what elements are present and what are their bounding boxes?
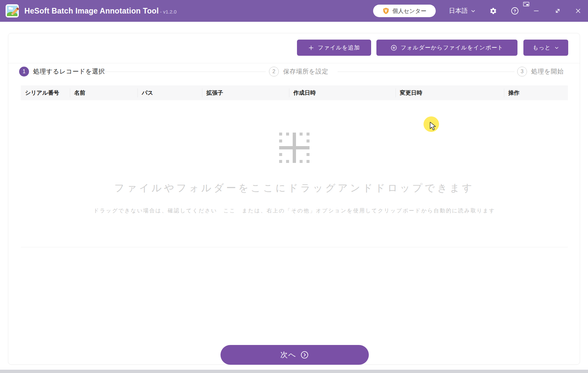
window-bottom-edge (0, 370, 588, 373)
pip-window-icon (523, 1, 530, 7)
file-table: シリアル番号 名前 パス 拡張子 作成日時 変更日時 操作 (21, 85, 568, 247)
step-label: 処理を開始 (531, 67, 564, 76)
next-label: 次へ (280, 350, 297, 360)
main-card: ファイルを追加 フォルダーからファイルをインポート もっと 1 処理するレコード… (8, 33, 580, 365)
plus-icon (308, 45, 314, 51)
column-header-extension: 拡張子 (202, 85, 289, 100)
help-icon: ? (511, 7, 519, 15)
app-brand: HeSoft Batch Image Annotation Tool - v1.… (5, 0, 177, 22)
minimize-icon (533, 7, 540, 15)
column-header-modified: 変更日時 (396, 85, 504, 100)
import-folder-label: フォルダーからファイルをインポート (401, 44, 504, 51)
maximize-button[interactable] (553, 6, 563, 16)
language-label: 日本語 (449, 7, 468, 15)
column-header-created: 作成日時 (289, 85, 396, 100)
table-header-row: シリアル番号 名前 パス 拡張子 作成日時 変更日時 操作 (21, 85, 568, 100)
drop-zone-hint-text: ドラッグできない場合は、確認してください ここ または、右上の「その他」オプショ… (21, 207, 568, 214)
circled-plus-icon (391, 45, 397, 51)
titlebar: HeSoft Batch Image Annotation Tool - v1.… (0, 0, 588, 22)
user-center-button[interactable]: 個人センター (373, 5, 436, 17)
step-label: 保存場所を設定 (283, 67, 328, 76)
step-select-records[interactable]: 1 処理するレコードを選択 (19, 67, 105, 77)
add-files-button[interactable]: ファイルを追加 (297, 40, 371, 56)
step-number: 1 (19, 67, 29, 77)
help-button[interactable]: ? (510, 6, 520, 16)
drop-target-icon (279, 133, 309, 163)
chevron-down-icon (471, 9, 476, 14)
language-select[interactable]: 日本語 (449, 0, 476, 22)
step-number: 2 (269, 67, 279, 77)
column-header-path: パス (137, 85, 202, 100)
arrow-right-circle-icon (300, 351, 309, 359)
minimize-button[interactable] (531, 6, 541, 16)
settings-button[interactable] (488, 6, 498, 16)
more-label: もっと (533, 44, 551, 51)
user-center-label: 個人センター (392, 7, 426, 15)
step-connector (338, 72, 514, 72)
more-button[interactable]: もっと (523, 40, 568, 56)
import-folder-button[interactable]: フォルダーからファイルをインポート (376, 40, 517, 56)
step-number: 3 (517, 67, 527, 77)
close-button[interactable] (573, 6, 583, 16)
svg-text:?: ? (514, 9, 516, 14)
step-label: 処理するレコードを選択 (33, 67, 105, 76)
add-files-label: ファイルを追加 (318, 44, 360, 51)
step-start-processing[interactable]: 3 処理を開始 (517, 67, 564, 77)
step-connector (105, 72, 266, 72)
gear-icon (489, 7, 497, 15)
drop-zone[interactable]: ファイルやフォルダーをここにドラッグアンドドロップできます ドラッグできない場合… (21, 100, 568, 247)
app-window: HeSoft Batch Image Annotation Tool - v1.… (0, 0, 588, 373)
app-logo-icon (5, 4, 19, 18)
drop-zone-main-text: ファイルやフォルダーをここにドラッグアンドドロップできます (21, 181, 568, 195)
close-icon (574, 7, 582, 15)
toolbar-divider (8, 63, 580, 63)
app-version: - v1.2.0 (160, 9, 177, 15)
column-header-actions: 操作 (504, 85, 568, 100)
next-button[interactable]: 次へ (220, 345, 369, 365)
column-header-name: 名前 (70, 85, 137, 100)
chevron-down-icon (554, 46, 559, 50)
resize-icon (554, 7, 561, 15)
app-title: HeSoft Batch Image Annotation Tool (24, 7, 159, 16)
vip-badge-icon (382, 7, 390, 15)
column-header-serial: シリアル番号 (21, 85, 70, 100)
step-set-save-location[interactable]: 2 保存場所を設定 (269, 67, 328, 77)
